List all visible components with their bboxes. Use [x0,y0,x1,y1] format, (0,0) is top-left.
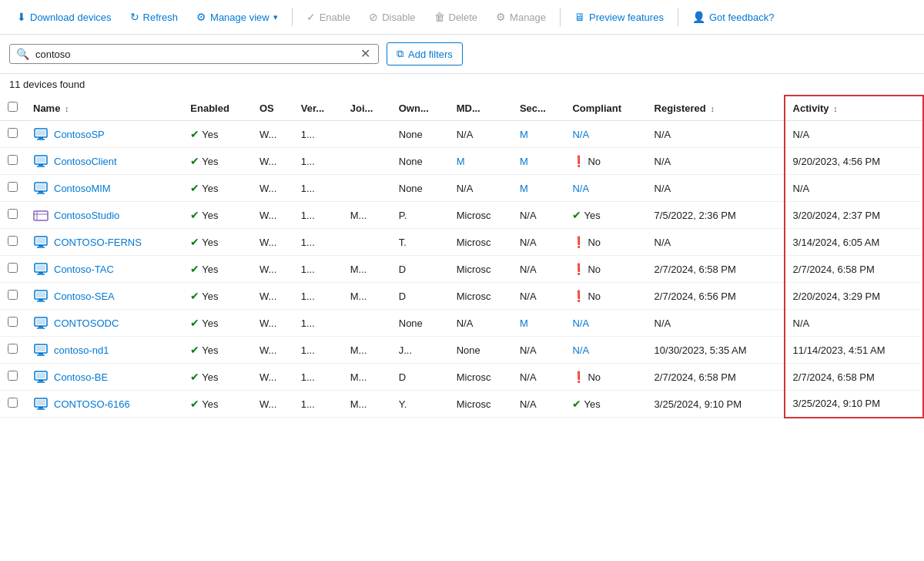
row-checkbox-cell [0,337,25,364]
device-name-text: CONTOSO-FERNS [54,237,142,248]
compliant-na-link[interactable]: N/A [572,129,589,140]
separator-1 [292,8,293,26]
clear-search-button[interactable]: ✕ [359,48,372,60]
device-name-link[interactable]: contoso-nd1 [33,342,175,358]
row-sec-cell: M [512,175,565,202]
row-md-cell: None [449,337,512,364]
got-feedback-button[interactable]: 👤 Got feedback? [685,6,782,28]
row-checkbox[interactable] [8,236,18,246]
manage-button[interactable]: ⚙ Manage [488,6,554,28]
toolbar: ⬇ Download devices ↻ Refresh ⚙ Manage vi… [0,0,924,35]
row-activity-cell: 9/20/2023, 4:56 PM [785,148,923,175]
device-name-link[interactable]: Contoso-SEA [33,288,175,304]
check-icon: ✔ [190,182,199,194]
row-md-cell: Microsc [449,391,512,418]
col-header-activity[interactable]: Activity ↕ [785,96,923,121]
row-joi-cell [343,148,391,175]
table-row: ContosoMIM✔ YesW...1...NoneN/AMN/AN/AN/A [0,175,923,202]
row-checkbox[interactable] [8,182,18,192]
manage-view-button[interactable]: ⚙ Manage view [189,6,286,28]
manage-view-icon: ⚙ [196,11,206,23]
enabled-badge: ✔ Yes [190,128,244,140]
manage-icon: ⚙ [496,11,506,23]
table-row: ContosoClient✔ YesW...1...NoneMM❗ NoN/A9… [0,148,923,175]
devices-table-wrapper: Name ↕ Enabled OS Ver... Joi... Own... M… [0,95,924,418]
row-registered-cell: 2/7/2024, 6:58 PM [647,256,785,283]
name-sort-icon: ↕ [65,104,69,113]
row-registered-cell: 2/7/2024, 6:58 PM [647,364,785,391]
search-input[interactable] [35,49,353,60]
row-name-cell: contoso-nd1 [25,337,182,364]
row-name-cell: CONTOSO-FERNS [25,229,182,256]
device-name-link[interactable]: CONTOSODC [33,315,175,331]
row-compliant-cell: N/A [564,310,646,337]
row-compliant-cell: ❗ No [564,229,646,256]
row-os-cell: W... [252,391,293,418]
row-os-cell: W... [252,175,293,202]
separator-3 [678,8,678,26]
compliant-no-badge: ❗ No [572,290,638,302]
row-name-cell: ContosoSP [25,121,182,148]
row-ver-cell: 1... [293,283,343,310]
col-header-own: Own... [391,96,449,121]
row-checkbox[interactable] [8,128,18,138]
device-name-link[interactable]: Contoso-TAC [33,261,175,277]
row-checkbox[interactable] [8,398,18,408]
device-name-link[interactable]: ContosoClient [33,153,175,169]
col-header-name[interactable]: Name ↕ [25,96,182,121]
compliant-na-link[interactable]: N/A [572,344,589,356]
row-enabled-cell: ✔ Yes [182,337,252,364]
compliant-na-link[interactable]: N/A [572,317,589,329]
row-compliant-cell: N/A [564,121,646,148]
row-os-cell: W... [252,310,293,337]
svg-rect-21 [38,272,43,274]
row-checkbox[interactable] [8,209,18,219]
row-joi-cell [343,229,391,256]
row-sec-cell: N/A [512,364,565,391]
svg-rect-10 [38,191,43,193]
device-name-link[interactable]: ContosoStudio [33,207,175,223]
select-all-header [0,96,25,121]
device-name-text: ContosoMIM [54,183,111,194]
preview-features-button[interactable]: 🖥 Preview features [567,6,671,28]
device-name-link[interactable]: CONTOSO-6166 [33,396,175,412]
row-compliant-cell: ❗ No [564,256,646,283]
check-icon: ✔ [190,209,199,221]
row-checkbox[interactable] [8,344,18,354]
delete-button[interactable]: 🗑 Delete [427,6,486,28]
row-checkbox-cell [0,148,25,175]
svg-rect-6 [38,164,43,166]
row-sec-cell: N/A [512,283,565,310]
disable-button[interactable]: ⊘ Disable [361,6,423,28]
table-row: ContosoStudio✔ YesW...1...M...P.MicroscN… [0,202,923,229]
row-checkbox[interactable] [8,290,18,300]
add-filters-button[interactable]: ⧉ Add filters [387,42,463,66]
refresh-icon: ↻ [130,11,139,23]
row-checkbox[interactable] [8,371,18,381]
device-name-link[interactable]: ContosoSP [33,126,175,142]
row-checkbox[interactable] [8,263,18,273]
row-enabled-cell: ✔ Yes [182,391,252,418]
device-name-link[interactable]: ContosoMIM [33,180,175,196]
md-value: M [457,156,465,167]
row-checkbox[interactable] [8,155,18,165]
col-header-registered[interactable]: Registered ↕ [647,96,785,121]
row-sec-cell: N/A [512,391,565,418]
row-checkbox[interactable] [8,317,18,327]
device-name-link[interactable]: Contoso-BE [33,369,175,385]
row-own-cell: None [391,148,449,175]
svg-rect-17 [38,245,43,247]
select-all-checkbox[interactable] [8,102,18,112]
row-joi-cell [343,310,391,337]
row-sec-cell: M [512,148,565,175]
refresh-button[interactable]: ↻ Refresh [122,6,186,28]
row-ver-cell: 1... [293,202,343,229]
svg-rect-2 [38,137,43,139]
enable-button[interactable]: ✓ Enable [299,6,358,28]
table-row: ContosoSP✔ YesW...1...NoneN/AMN/AN/AN/A [0,121,923,148]
row-os-cell: W... [252,364,293,391]
download-devices-button[interactable]: ⬇ Download devices [9,6,119,28]
device-name-link[interactable]: CONTOSO-FERNS [33,234,175,250]
compliant-na-link[interactable]: N/A [572,183,589,194]
exclaim-icon: ❗ [572,371,585,383]
